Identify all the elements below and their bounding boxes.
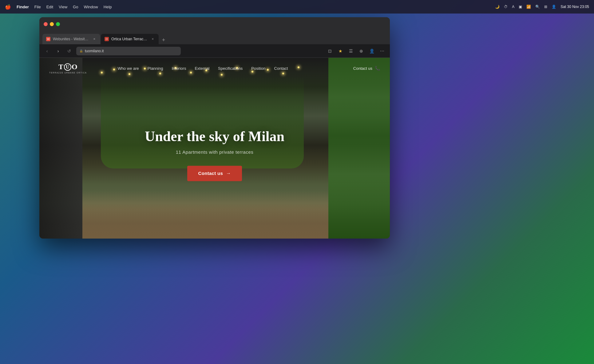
nav-cta[interactable]: Contact us 📞 xyxy=(353,66,380,71)
tabs-bar: W Webunites - Website Solutio... ✕ O Ort… xyxy=(39,31,390,44)
hero-cta-button[interactable]: Contact us → xyxy=(187,166,242,181)
desktop: 🍎 Finder File Edit View Go Window Help 🌙… xyxy=(0,0,594,364)
logo-display: T U O xyxy=(58,63,78,71)
close-button[interactable] xyxy=(44,22,48,26)
more-options-icon[interactable]: ⋯ xyxy=(378,47,386,55)
bookmark-icon[interactable]: ★ xyxy=(336,47,344,55)
logo-o: O xyxy=(72,63,78,71)
logo-t: T xyxy=(58,63,64,71)
tab-ortica-favicon: O xyxy=(105,37,109,41)
apple-menu[interactable]: 🍎 xyxy=(5,4,11,10)
menubar-view[interactable]: View xyxy=(59,5,67,9)
nav-cta-label: Contact us xyxy=(353,66,372,71)
menubar-window[interactable]: Window xyxy=(84,5,98,9)
site-nav: T U O Terrazze Urbane Ortica Who we are … xyxy=(39,58,390,79)
reload-button[interactable]: ↺ xyxy=(65,47,73,55)
menubar-user-icon[interactable]: 👤 xyxy=(552,5,556,9)
nav-external[interactable]: External xyxy=(195,66,209,71)
menubar-font-icon: A xyxy=(512,5,514,9)
menubar-app-name[interactable]: Finder xyxy=(17,5,29,9)
lock-icon: 🔒 xyxy=(79,49,83,53)
green-wall xyxy=(328,58,390,239)
nav-who-we-are[interactable]: Who we are xyxy=(117,66,139,71)
tab-webunites-favicon: W xyxy=(46,37,50,41)
back-button[interactable]: ‹ xyxy=(43,47,51,55)
menubar-search-icon[interactable]: 🔍 xyxy=(535,5,540,9)
hero-cta-label: Contact us xyxy=(198,171,223,176)
title-bar xyxy=(39,17,390,31)
nav-links: Who we are Planning Interiors External S… xyxy=(117,66,288,71)
translate-icon[interactable]: ⊡ xyxy=(326,47,334,55)
menubar-clock: Sat 30 Nov 23:05 xyxy=(560,5,589,9)
nav-interiors[interactable]: Interiors xyxy=(172,66,186,71)
new-tab-button[interactable]: + xyxy=(159,36,168,44)
forward-button[interactable]: › xyxy=(54,47,62,55)
browser-chrome: W Webunites - Website Solutio... ✕ O Ort… xyxy=(39,17,390,44)
hero-title: Under the sky of Milan xyxy=(122,129,307,144)
tab-ortica-close[interactable]: ✕ xyxy=(151,37,155,41)
dark-left-panel xyxy=(39,58,82,239)
hero-subtitle: 11 Apartments with private terraces xyxy=(122,149,307,155)
nav-position[interactable]: Position xyxy=(251,66,265,71)
webpage: T U O Terrazze Urbane Ortica Who we are … xyxy=(39,58,390,239)
address-text: tuomilano.it xyxy=(85,49,104,53)
menubar-file[interactable]: File xyxy=(34,5,41,9)
address-field[interactable]: 🔒 tuomilano.it xyxy=(76,47,181,55)
menubar-wifi-icon: 📶 xyxy=(526,5,531,9)
menubar-edit[interactable]: Edit xyxy=(46,5,53,9)
readinglist-icon[interactable]: ☰ xyxy=(347,47,355,55)
nav-planning[interactable]: Planning xyxy=(148,66,163,71)
site-logo: T U O Terrazze Urbane Ortica xyxy=(49,63,87,74)
logo-u-circle: U xyxy=(64,63,71,71)
menubar-screen-icon: ▣ xyxy=(519,5,522,9)
tab-webunites-close[interactable]: ✕ xyxy=(92,37,97,41)
toolbar-right: ⊡ ★ ☰ ⊕ 👤 ⋯ xyxy=(326,47,386,55)
nav-specifications[interactable]: Specifications xyxy=(218,66,243,71)
profile-icon[interactable]: 👤 xyxy=(368,47,376,55)
menubar-moon-icon: 🌙 xyxy=(495,5,500,9)
menubar-help[interactable]: Help xyxy=(104,5,112,9)
tab-ortica[interactable]: O Ortica Urban Terraces - Und... ✕ xyxy=(101,34,159,44)
menubar-controlcenter-icon[interactable]: ⊞ xyxy=(544,5,547,9)
tab-webunites[interactable]: W Webunites - Website Solutio... ✕ xyxy=(42,34,100,44)
browser-window: W Webunites - Website Solutio... ✕ O Ort… xyxy=(39,17,390,239)
menubar: 🍎 Finder File Edit View Go Window Help 🌙… xyxy=(0,0,594,14)
address-bar-row: ‹ › ↺ 🔒 tuomilano.it ⊡ ★ ☰ ⊕ 👤 ⋯ xyxy=(39,44,390,58)
nav-contact[interactable]: Contact xyxy=(274,66,288,71)
phone-icon: 📞 xyxy=(375,66,380,71)
airdrop-icon[interactable]: ⊕ xyxy=(357,47,365,55)
minimize-button[interactable] xyxy=(50,22,54,26)
logo-subtitle: Terrazze Urbane Ortica xyxy=(49,72,87,74)
menubar-clock-icon: ⏱ xyxy=(504,5,508,9)
hero-content: Under the sky of Milan 11 Apartments wit… xyxy=(122,129,307,181)
hero-cta-arrow-icon: → xyxy=(226,171,231,176)
tab-ortica-label: Ortica Urban Terraces - Und... xyxy=(111,37,148,41)
tab-webunites-label: Webunites - Website Solutio... xyxy=(53,37,90,41)
menubar-go[interactable]: Go xyxy=(73,5,78,9)
terrace-floor xyxy=(82,191,328,239)
traffic-lights xyxy=(44,22,60,26)
fullscreen-button[interactable] xyxy=(56,22,60,26)
